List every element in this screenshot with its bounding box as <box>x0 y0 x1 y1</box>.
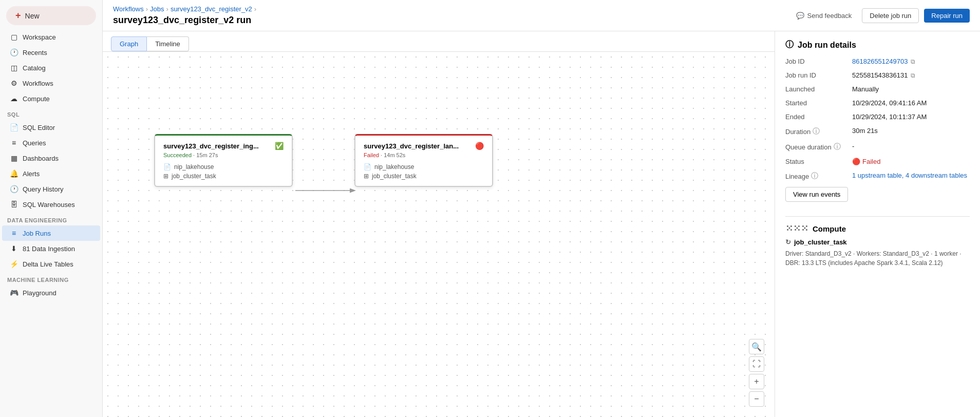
sidebar-item-workflows[interactable]: ⚙ Workflows <box>2 75 100 91</box>
zoom-search-button[interactable]: 🔍 <box>749 339 764 354</box>
task1-cluster-icon: ⊞ <box>163 173 168 180</box>
sidebar-item-job-runs[interactable]: ≡ Job Runs <box>2 225 100 241</box>
task1-resource2: ⊞ job_cluster_task <box>163 173 284 180</box>
task2-resource2-label: job_cluster_task <box>372 173 417 180</box>
page-title: survey123_dvc_register_v2 run <box>113 15 256 26</box>
task2-meta: 📄 nip_lakehouse ⊞ job_cluster_task <box>364 163 484 180</box>
breadcrumb-jobs[interactable]: Jobs <box>150 5 164 13</box>
sidebar-label-job-runs: Job Runs <box>23 230 51 237</box>
task1-status-line: Succeeded · 15m 27s <box>163 152 284 158</box>
job-id-copy-icon[interactable]: ⧉ <box>911 58 915 65</box>
compute-icon: ☁ <box>9 94 18 103</box>
breadcrumb-sep-1: › <box>146 5 148 13</box>
delete-label: Delete job run <box>870 12 911 20</box>
sidebar-item-queries[interactable]: ≡ Queries <box>2 135 100 150</box>
task2-status-label: Failed <box>364 152 379 158</box>
detail-row-lineage: Lineage ⓘ 1 upstream table, 4 downstream… <box>785 172 970 181</box>
task-node-2[interactable]: survey123_dvc_register_lan... 🔴 Failed ·… <box>354 134 493 187</box>
panel-title-text: Job run details <box>798 41 856 50</box>
sidebar-item-catalog[interactable]: ◫ Catalog <box>2 60 100 75</box>
task1-resource1: 📄 nip_lakehouse <box>163 163 284 170</box>
sidebar-label-sql-editor: SQL Editor <box>23 124 55 131</box>
lineage-info-icon[interactable]: ⓘ <box>811 172 818 181</box>
sidebar-label-recents: Recents <box>23 49 47 56</box>
sidebar-item-data-ingestion[interactable]: ⬇ 81 Data Ingestion <box>2 241 100 256</box>
dashboards-icon: ▦ <box>9 154 18 162</box>
sidebar-item-sql-editor[interactable]: 📄 SQL Editor <box>2 120 100 135</box>
task1-resource2-label: job_cluster_task <box>172 173 216 180</box>
lineage-label: Lineage ⓘ <box>785 172 852 181</box>
job-run-id-label: Job run ID <box>785 71 852 79</box>
data-ingestion-icon: ⬇ <box>9 244 18 253</box>
status-failed-text: Failed <box>862 158 880 165</box>
send-feedback-button[interactable]: 💬 Send feedback <box>791 9 857 23</box>
queries-icon: ≡ <box>9 139 18 147</box>
job-run-id-value: 525581543836131 ⧉ <box>852 71 970 79</box>
detail-row-queue-duration: Queue duration ⓘ - <box>785 142 970 151</box>
new-button-label: New <box>25 12 40 20</box>
task2-failed-icon: 🔴 <box>475 142 484 150</box>
delta-live-tables-icon: ⚡ <box>9 260 18 268</box>
graph-tabs: Graph Timeline <box>103 31 775 52</box>
zoom-out-button[interactable]: − <box>749 391 764 407</box>
compute-section-icon: ⁙⁙⁙ <box>785 223 808 234</box>
tab-timeline[interactable]: Timeline <box>147 36 189 51</box>
recents-icon: 🕐 <box>9 48 18 56</box>
task1-notebook-icon: 📄 <box>163 163 171 170</box>
sidebar-label-playground: Playground <box>23 289 56 297</box>
compute-cluster: ↻ job_cluster_task <box>785 238 970 246</box>
fit-screen-button[interactable]: ⛶ <box>749 356 764 372</box>
repair-run-button[interactable]: Repair run <box>924 9 970 23</box>
breadcrumb-workflows[interactable]: Workflows <box>113 5 144 13</box>
zoom-in-button[interactable]: + <box>749 374 764 389</box>
sql-section-label: SQL <box>0 106 102 120</box>
header-left: Workflows › Jobs › survey123_dvc_registe… <box>113 5 256 26</box>
sidebar-item-dashboards[interactable]: ▦ Dashboards <box>2 150 100 166</box>
sidebar-label-workspace: Workspace <box>23 33 56 41</box>
detail-row-duration: Duration ⓘ 30m 21s <box>785 127 970 136</box>
status-failed-circle-icon: 🔴 <box>852 158 860 165</box>
job-runs-icon: ≡ <box>9 229 18 237</box>
graph-canvas[interactable]: survey123_dvc_register_ing... ✅ Succeede… <box>103 52 775 417</box>
compute-title-text: Compute <box>813 224 846 233</box>
sql-warehouses-icon: 🗄 <box>9 200 18 208</box>
sidebar-label-sql-warehouses: SQL Warehouses <box>23 201 75 208</box>
breadcrumb-job-name[interactable]: survey123_dvc_register_v2 <box>171 5 252 13</box>
feedback-label: Send feedback <box>807 12 852 20</box>
sidebar-item-sql-warehouses[interactable]: 🗄 SQL Warehouses <box>2 197 100 212</box>
job-run-id-copy-icon[interactable]: ⧉ <box>911 72 915 79</box>
sidebar-item-compute[interactable]: ☁ Compute <box>2 91 100 106</box>
view-run-events-button[interactable]: View run events <box>785 187 848 202</box>
sidebar-label-alerts: Alerts <box>23 170 40 178</box>
sidebar-item-recents[interactable]: 🕐 Recents <box>2 45 100 60</box>
breadcrumb-sep-2: › <box>166 5 168 13</box>
duration-info-icon[interactable]: ⓘ <box>813 127 820 136</box>
compute-cluster-name: job_cluster_task <box>794 238 847 246</box>
task1-title: survey123_dvc_register_ing... ✅ <box>163 142 284 150</box>
info-circle-icon: ⓘ <box>785 40 794 50</box>
sidebar-item-delta-live-tables[interactable]: ⚡ Delta Live Tables <box>2 256 100 272</box>
queue-duration-info-icon[interactable]: ⓘ <box>834 142 841 151</box>
task-node-1[interactable]: survey123_dvc_register_ing... ✅ Succeede… <box>154 134 293 187</box>
right-panel: ⓘ Job run details Job ID 861826551249703… <box>775 31 980 417</box>
job-id-link[interactable]: 861826551249703 <box>852 58 908 65</box>
catalog-icon: ◫ <box>9 64 18 72</box>
delete-job-run-button[interactable]: Delete job run <box>862 8 919 23</box>
detail-row-job-id: Job ID 861826551249703 ⧉ <box>785 58 970 65</box>
duration-value: 30m 21s <box>852 127 970 135</box>
sidebar-label-delta-live-tables: Delta Live Tables <box>23 260 73 268</box>
detail-row-job-run-id: Job run ID 525581543836131 ⧉ <box>785 71 970 79</box>
sidebar-item-playground[interactable]: 🎮 Playground <box>2 285 100 300</box>
data-engineering-section-label: Data Engineering <box>0 212 102 225</box>
tab-graph[interactable]: Graph <box>111 36 147 51</box>
launched-value: Manually <box>852 85 970 93</box>
sidebar-label-query-history: Query History <box>23 185 63 193</box>
job-id-label: Job ID <box>785 58 852 65</box>
sidebar-label-compute: Compute <box>23 95 50 103</box>
breadcrumb-sep-3: › <box>254 5 256 13</box>
lineage-link[interactable]: 1 upstream table, 4 downstream tables <box>852 172 967 179</box>
sidebar-item-workspace[interactable]: ▢ Workspace <box>2 29 100 45</box>
sidebar-item-alerts[interactable]: 🔔 Alerts <box>2 166 100 181</box>
sidebar-item-query-history[interactable]: 🕐 Query History <box>2 181 100 197</box>
new-button[interactable]: + New <box>6 6 96 25</box>
